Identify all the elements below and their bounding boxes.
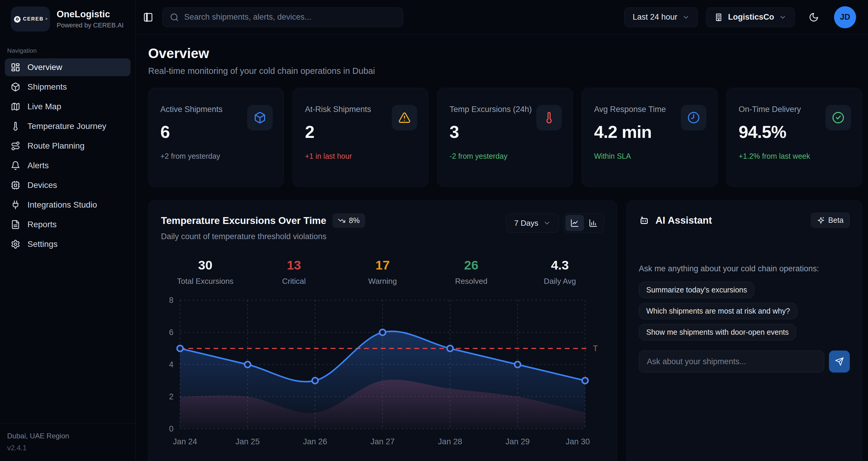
- beta-label: Beta: [828, 216, 843, 225]
- kpi-delta: +2 from yesterday: [160, 152, 272, 161]
- sidebar-item-label: Overview: [27, 63, 62, 72]
- search-input[interactable]: [184, 12, 396, 22]
- sidebar-item-label: Shipments: [27, 82, 67, 92]
- topbar: Last 24 hour LogisticsCo JD: [135, 0, 868, 35]
- suggestion-chip-door-open[interactable]: Show me shipments with door-open events: [639, 324, 796, 340]
- kpi-delta: +1.2% from last week: [739, 152, 850, 161]
- stat-label: Warning: [338, 277, 427, 286]
- robot-icon: [639, 215, 650, 226]
- sidebar-item-label: Alerts: [27, 161, 49, 170]
- suggestion-chip-summarize[interactable]: Summarize today's excursions: [639, 282, 754, 298]
- region-label: Dubai, UAE Region: [7, 432, 128, 440]
- sidebar-item-alerts[interactable]: Alerts: [5, 157, 130, 174]
- sidebar-item-temperature-journey[interactable]: Temperature Journey: [5, 117, 130, 135]
- sidebar-toggle-button[interactable]: [142, 11, 154, 23]
- ai-suggestions: Summarize today's excursions Which shipm…: [639, 282, 850, 340]
- page-subtitle: Real-time monitoring of your cold chain …: [148, 66, 862, 76]
- stat-label: Daily Avg: [516, 277, 604, 286]
- svg-text:8: 8: [169, 296, 174, 305]
- send-button[interactable]: [829, 351, 850, 372]
- powered-by: Powered by CEREB.AI: [57, 22, 124, 29]
- stat-daily-avg: 4.3 Daily Avg: [516, 258, 604, 286]
- chart-controls: 7 Days: [506, 213, 604, 233]
- avatar[interactable]: JD: [834, 6, 856, 28]
- stat-total-excursions: 30 Total Excursions: [161, 258, 249, 286]
- ai-title: AI Assistant: [655, 215, 712, 226]
- kpi-row: Active Shipments 6 +2 from yesterday At-…: [148, 88, 862, 187]
- sidebar-item-shipments[interactable]: Shipments: [5, 78, 130, 96]
- chart-header: Temperature Excursions Over Time 8% Dail…: [161, 213, 604, 241]
- org-select[interactable]: LogisticsCo: [706, 7, 795, 27]
- svg-text:T: T: [593, 344, 598, 353]
- clock-icon: [687, 111, 700, 124]
- stat-value: 17: [338, 258, 427, 272]
- package-icon: [11, 82, 20, 92]
- package-icon: [254, 111, 266, 124]
- svg-text:Jan 29: Jan 29: [505, 437, 530, 446]
- stat-resolved: 26 Resolved: [427, 258, 516, 286]
- svg-text:Jan 24: Jan 24: [173, 437, 197, 446]
- version-label: v2.4.1: [7, 444, 128, 452]
- kpi-delta: -2 from yesterday: [450, 152, 561, 161]
- sidebar-item-live-map[interactable]: Live Map: [5, 98, 130, 116]
- stat-value: 26: [427, 258, 516, 272]
- chart-header-left: Temperature Excursions Over Time 8% Dail…: [161, 213, 365, 241]
- sidebar-nav: Overview Shipments Live Map Temperature …: [0, 58, 135, 253]
- svg-text:Jan 25: Jan 25: [236, 437, 259, 446]
- moon-icon: [809, 12, 819, 22]
- sidebar-item-label: Live Map: [27, 102, 61, 111]
- excursions-chart-card: Temperature Excursions Over Time 8% Dail…: [148, 200, 617, 461]
- sidebar-item-overview[interactable]: Overview: [5, 58, 130, 76]
- kpi-delta: Within SLA: [594, 152, 705, 161]
- global-search[interactable]: [162, 7, 403, 27]
- line-chart-button[interactable]: [565, 215, 584, 231]
- sidebar-item-route-planning[interactable]: Route Planning: [5, 137, 130, 155]
- ai-header: AI Assistant Beta: [639, 212, 850, 228]
- cereb-logo: CEREB®: [11, 6, 50, 32]
- building-icon: [714, 13, 723, 22]
- cereb-logo-text: CEREB: [23, 16, 44, 22]
- line-chart-icon: [570, 219, 579, 228]
- sidebar-item-label: Devices: [27, 180, 57, 190]
- chevron-down-icon: [682, 13, 690, 21]
- content: Overview Real-time monitoring of your co…: [135, 35, 868, 461]
- thermometer-icon: [11, 122, 20, 131]
- brand-text: OneLogistic Powered by CEREB.AI: [57, 9, 124, 29]
- sidebar-footer: Dubai, UAE Region v2.4.1: [0, 423, 135, 461]
- time-range-select[interactable]: Last 24 hour: [624, 7, 698, 27]
- suggestion-chip-at-risk[interactable]: Which shipments are most at risk and why…: [639, 303, 797, 319]
- ai-input-row: [639, 351, 850, 372]
- sidebar-item-label: Settings: [27, 239, 58, 249]
- ai-question-input[interactable]: [639, 351, 824, 372]
- cpu-icon: [11, 180, 20, 190]
- range-value: 7 Days: [514, 219, 538, 228]
- sidebar: CEREB® OneLogistic Powered by CEREB.AI N…: [0, 0, 135, 461]
- trend-value: 8%: [349, 216, 360, 225]
- chart-type-toggle: [564, 213, 604, 233]
- ai-prompt-text: Ask me anything about your cold chain op…: [639, 264, 850, 273]
- kpi-card-temp-excursions: Temp Excursions (24h) 3 -2 from yesterda…: [437, 88, 573, 187]
- chart-stats-row: 30 Total Excursions 13 Critical 17 Warni…: [161, 258, 604, 286]
- sidebar-item-devices[interactable]: Devices: [5, 176, 130, 194]
- theme-toggle-button[interactable]: [807, 10, 821, 25]
- cereb-gear-icon: [13, 15, 21, 23]
- sidebar-item-reports[interactable]: Reports: [5, 216, 130, 233]
- trending-down-icon: [338, 217, 345, 225]
- sidebar-item-integrations-studio[interactable]: Integrations Studio: [5, 196, 130, 214]
- sidebar-item-settings[interactable]: Settings: [5, 235, 130, 253]
- svg-text:6: 6: [169, 328, 174, 337]
- range-select[interactable]: 7 Days: [506, 213, 559, 233]
- nav-section-label: Navigation: [0, 39, 135, 58]
- thermometer-icon: [543, 111, 555, 124]
- kpi-icon-box: [826, 105, 851, 130]
- svg-text:2: 2: [169, 392, 174, 401]
- ai-title-row: AI Assistant: [639, 215, 712, 226]
- page-title: Overview: [148, 45, 862, 61]
- svg-text:4: 4: [169, 360, 174, 369]
- sidebar-item-label: Route Planning: [27, 141, 84, 151]
- check-circle-icon: [832, 111, 844, 124]
- gear-icon: [11, 239, 20, 249]
- bottom-row: Temperature Excursions Over Time 8% Dail…: [148, 200, 862, 461]
- bar-chart-button[interactable]: [584, 215, 602, 231]
- stat-value: 4.3: [516, 258, 604, 272]
